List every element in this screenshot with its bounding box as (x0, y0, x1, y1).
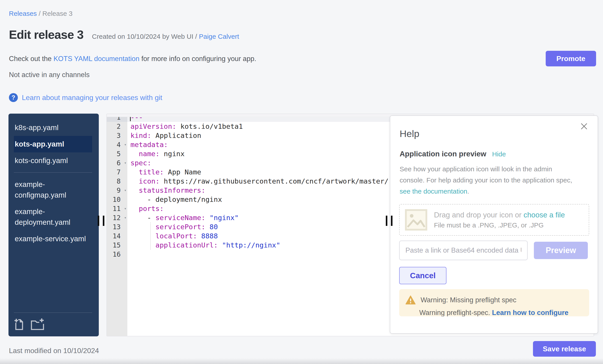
icon-preview-title: Application icon preview (400, 150, 486, 158)
gutter-line[interactable]: 7 (107, 167, 127, 177)
indent-guide (150, 222, 151, 250)
choose-file-link[interactable]: choose a file (524, 211, 565, 219)
file-item-example-service.yaml[interactable]: example-service.yaml (14, 231, 92, 247)
warning-title: Warning: Missing preflight spec (421, 296, 516, 304)
main-area: k8s-app.yamlkots-app.yamlkots-config.yam… (0, 114, 603, 337)
gutter-line[interactable]: 11▾ (107, 204, 127, 213)
help-title: Help (400, 128, 419, 139)
fold-arrow-icon[interactable]: ▾ (124, 213, 127, 222)
gutter-line[interactable]: 1 (107, 117, 127, 122)
bottom-fade (0, 358, 603, 364)
preflight-warning: Warning: Missing preflight spec Warning … (399, 289, 589, 316)
gutter-line[interactable]: 16 (107, 250, 127, 259)
save-release-button[interactable]: Save release (533, 341, 596, 357)
file-item-k8s-app.yaml[interactable]: k8s-app.yaml (14, 119, 92, 136)
fold-arrow-icon[interactable]: ▾ (124, 186, 127, 195)
title-row: Edit release 3 Created on 10/10/2024 by … (9, 28, 239, 41)
gutter-line[interactable]: 15 (107, 241, 127, 250)
fold-arrow-icon[interactable]: ▾ (124, 204, 127, 213)
git-help-row: ? Learn about managing your releases wit… (9, 93, 162, 102)
gutter-line[interactable]: 8 (107, 177, 127, 186)
breadcrumb-releases-link[interactable]: Releases (9, 10, 37, 17)
breadcrumb-separator: / (37, 10, 42, 17)
gutter-line[interactable]: 9▾ (107, 186, 127, 195)
breadcrumb: Releases / Release 3 (9, 10, 72, 17)
gutter-line[interactable]: 3 (107, 131, 127, 140)
gutter-line[interactable]: 10 (107, 195, 127, 204)
gutter-line[interactable]: 2 (107, 122, 127, 131)
file-sidebar: k8s-app.yamlkots-app.yamlkots-config.yam… (9, 114, 99, 336)
file-list: k8s-app.yamlkots-app.yamlkots-config.yam… (9, 114, 99, 247)
release-editor-page: Releases / Release 3 Edit release 3 Crea… (0, 0, 603, 364)
gutter-line[interactable]: 12▾ (107, 213, 127, 222)
hide-link[interactable]: Hide (492, 150, 506, 158)
last-modified-text: Last modified on 10/10/2024 (9, 347, 99, 355)
git-docs-link[interactable]: Learn about managing your releases with … (22, 94, 162, 102)
sidebar-resize-handle[interactable] (98, 216, 104, 226)
gutter-line[interactable]: 13 (107, 222, 127, 232)
icon-dropzone[interactable]: Drag and drop your icon or choose a file… (399, 204, 589, 236)
gutter-line[interactable]: 4▾ (107, 140, 127, 149)
text-cursor (130, 117, 131, 121)
file-list-divider (14, 172, 92, 173)
promote-button[interactable]: Promote (546, 51, 596, 66)
created-text: Created on 10/10/2024 by Web UI / Paige … (92, 33, 239, 40)
gutter-line[interactable]: 5 (107, 149, 127, 158)
gutter-lines: 1234▾56▾789▾1011▾12▾13141516 (107, 117, 127, 259)
sidebar-footer (9, 312, 99, 336)
channel-status: Not active in any channels (9, 71, 90, 79)
file-item-example-deployment.yaml[interactable]: example-deployment.yaml (14, 203, 92, 231)
gutter-line[interactable]: 6▾ (107, 158, 127, 167)
warning-configure-link[interactable]: Learn how to configure (492, 309, 568, 316)
help-resize-handle[interactable] (386, 216, 393, 226)
gutter-line[interactable]: 14 (107, 232, 127, 241)
new-file-icon[interactable] (14, 318, 24, 330)
help-panel: Help Application icon preview Hide See h… (390, 115, 598, 334)
kots-yaml-doc-link[interactable]: KOTS YAML documentation (54, 55, 139, 63)
question-icon: ? (9, 93, 18, 102)
fold-arrow-icon[interactable]: ▾ (124, 140, 127, 149)
new-folder-icon[interactable] (30, 318, 45, 330)
warning-body: Warning preflight-spec. Learn how to con… (419, 309, 568, 316)
sidebar-footer-divider (14, 312, 92, 313)
warning-icon (406, 295, 416, 305)
breadcrumb-current: Release 3 (42, 10, 72, 17)
dropzone-text: Drag and drop your icon or choose a file (434, 211, 565, 219)
see-documentation-link[interactable]: see the documentation (400, 188, 467, 195)
cancel-button[interactable]: Cancel (399, 267, 446, 284)
page-title: Edit release 3 (9, 28, 83, 41)
close-icon[interactable] (580, 122, 588, 131)
file-item-example-configmap.yaml[interactable]: example-configmap.yaml (14, 176, 92, 203)
editor-gutter: 1234▾56▾789▾1011▾12▾13141516 (107, 117, 127, 336)
icon-url-input[interactable] (399, 241, 528, 260)
help-paragraph: See how your application icon will look … (400, 164, 578, 197)
fold-arrow-icon[interactable]: ▾ (124, 158, 127, 167)
file-item-kots-app.yaml[interactable]: kots-app.yaml (14, 136, 92, 152)
created-by-link[interactable]: Paige Calvert (199, 33, 239, 40)
preview-button[interactable]: Preview (534, 242, 588, 259)
doc-sentence: Check out the KOTS YAML documentation fo… (9, 55, 256, 63)
dropzone-hint: File must be a .PNG, .JPEG, or .JPG (434, 221, 565, 229)
image-placeholder-icon (405, 209, 427, 231)
file-item-kots-config.yaml[interactable]: kots-config.yaml (14, 152, 92, 169)
